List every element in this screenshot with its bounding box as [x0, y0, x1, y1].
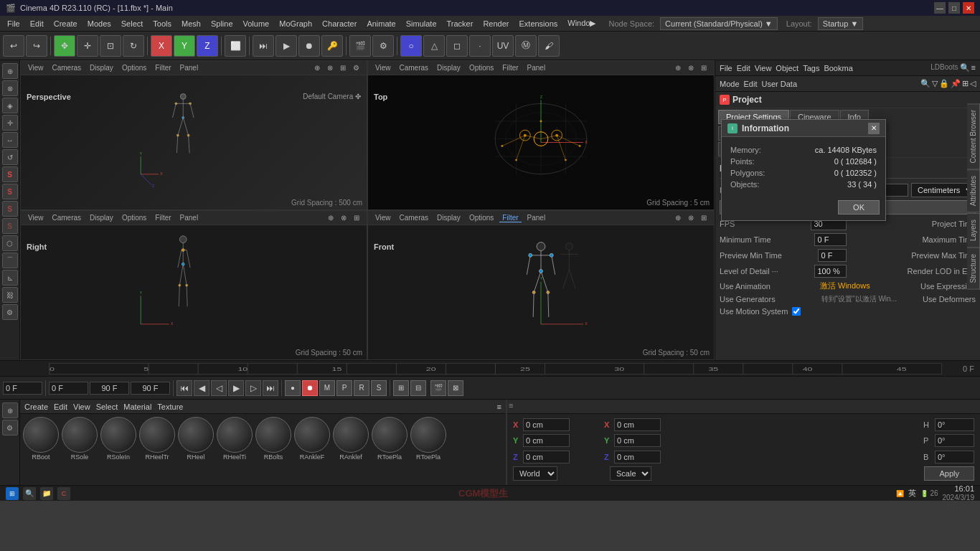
material-item-ranklef[interactable]: RAnkleF: [294, 417, 330, 482]
top-panel[interactable]: Panel: [524, 64, 549, 72]
vp-display[interactable]: Display: [87, 64, 116, 72]
pos-x-input[interactable]: [523, 418, 570, 431]
model-btn[interactable]: Ⓜ: [515, 35, 537, 57]
timeline-btn[interactable]: ⏭: [253, 35, 274, 57]
render2-btn[interactable]: 🎬: [430, 380, 446, 396]
pos-y-input[interactable]: [523, 434, 570, 447]
undo-btn[interactable]: ↩: [3, 35, 24, 57]
taskbar-folder[interactable]: 📁: [40, 487, 53, 500]
auto-key-btn[interactable]: 🔑: [321, 35, 343, 57]
vp-icon1[interactable]: ⊕: [311, 64, 323, 72]
pos-z-input[interactable]: [523, 451, 570, 463]
material-item-rbolts[interactable]: RBolts: [255, 417, 291, 482]
coord-z-btn[interactable]: Z: [197, 35, 218, 57]
project-scale-unit-select[interactable]: Centimeters Meters Feet Inches: [911, 183, 976, 197]
b-input[interactable]: [935, 451, 974, 463]
vp-view[interactable]: View: [25, 64, 47, 72]
right-cameras[interactable]: Cameras: [50, 214, 85, 222]
right-toolbar-edit[interactable]: Edit: [737, 64, 750, 72]
right-toolbar-tags[interactable]: Tags: [803, 64, 819, 72]
rotation-key-btn[interactable]: R: [354, 380, 369, 396]
material-item-rtoepla[interactable]: RToePla: [372, 417, 407, 482]
front-icon2[interactable]: ⊗: [685, 214, 697, 222]
user-data-btn[interactable]: User Data: [762, 80, 798, 88]
minimize-btn[interactable]: —: [934, 2, 946, 14]
go-start-btn[interactable]: ⏮: [176, 380, 192, 396]
right-icon-s2[interactable]: ≡: [971, 63, 976, 72]
right-toolbar-file[interactable]: File: [720, 64, 732, 72]
right-icon3[interactable]: ⊞: [351, 214, 362, 222]
front-panel[interactable]: Panel: [524, 214, 549, 222]
render-settings-btn[interactable]: ⚙: [372, 35, 394, 57]
vtab-structure[interactable]: Structure: [967, 248, 980, 290]
window-controls[interactable]: — □ ✕: [934, 2, 974, 14]
scale-btn[interactable]: ⊡: [100, 35, 121, 57]
right-toolbar-object[interactable]: Object: [776, 64, 798, 72]
motion-mode-btn[interactable]: M: [319, 380, 335, 396]
sidebar-chain-icon[interactable]: ⛓: [2, 287, 18, 303]
collapse-icon[interactable]: ◁: [970, 79, 976, 88]
sidebar-axis-icon[interactable]: ⊗: [2, 80, 18, 96]
top-display[interactable]: Display: [434, 64, 463, 72]
taskbar-c4d[interactable]: C: [57, 487, 70, 500]
mat-menu-icon[interactable]: ≡: [497, 402, 501, 411]
right-icon1[interactable]: ⊕: [325, 214, 336, 222]
vp-icon2[interactable]: ⊗: [324, 64, 336, 72]
record-active-btn[interactable]: ●: [285, 380, 301, 396]
auto-record-btn[interactable]: ⏺: [302, 380, 318, 396]
timeline-track[interactable]: 0 5 10 15 20 25 30 35 40 45: [49, 363, 942, 375]
front-options[interactable]: Options: [466, 214, 496, 222]
sidebar-snap-icon[interactable]: ⊕: [2, 63, 18, 79]
dialog-ok-btn[interactable]: OK: [838, 200, 880, 215]
render-region-btn[interactable]: ⬜: [225, 35, 246, 57]
menu-simulate[interactable]: Simulate: [402, 18, 441, 29]
expand-icon[interactable]: ⊞: [962, 79, 969, 88]
menu-tools[interactable]: Tools: [149, 18, 176, 29]
go-end-btn[interactable]: ⏭: [263, 380, 278, 396]
menu-file[interactable]: File: [3, 18, 24, 29]
sidebar-s4-icon[interactable]: S: [2, 218, 18, 234]
coord-x-btn[interactable]: X: [151, 35, 172, 57]
node-space-dropdown[interactable]: Current (Standard/Physical) ▼: [660, 17, 778, 30]
polygon-btn[interactable]: △: [423, 35, 445, 57]
menu-select[interactable]: Select: [117, 18, 148, 29]
p-input[interactable]: [935, 434, 974, 447]
current-time-input[interactable]: [3, 382, 42, 395]
min-time-input[interactable]: [814, 233, 847, 246]
edit-btn[interactable]: Edit: [744, 80, 758, 88]
menu-spline[interactable]: Spline: [207, 18, 237, 29]
search-icon[interactable]: 🔍: [920, 79, 930, 88]
material-item-rboot[interactable]: RBoot: [23, 417, 59, 482]
render3-btn[interactable]: ⊠: [448, 380, 463, 396]
filter-icon[interactable]: ▽: [932, 79, 938, 88]
coord-y-btn[interactable]: Y: [174, 35, 195, 57]
redo-btn[interactable]: ↪: [26, 35, 47, 57]
scheme-btn[interactable]: ⊞: [393, 380, 409, 396]
live-select-btn[interactable]: ✥: [54, 35, 75, 57]
right-display[interactable]: Display: [87, 214, 116, 222]
viewport-front[interactable]: View Cameras Display Options Filter Pane…: [367, 210, 715, 360]
menu-animate[interactable]: Animate: [362, 18, 400, 29]
size-x-input[interactable]: [614, 418, 661, 431]
close-btn[interactable]: ✕: [963, 2, 974, 14]
vtab-attributes[interactable]: Attributes: [967, 169, 980, 212]
taskbar-search[interactable]: 🔍: [23, 487, 36, 500]
mat-texture[interactable]: Texture: [157, 402, 183, 411]
vp-panel[interactable]: Panel: [177, 64, 202, 72]
material-item-rsole[interactable]: RSole: [62, 417, 98, 482]
uvw-btn[interactable]: UV: [492, 35, 514, 57]
sidebar-cube-icon[interactable]: ⬡: [2, 235, 18, 251]
menu-extensions[interactable]: Extensions: [514, 18, 562, 29]
scale-select[interactable]: Scale Size: [610, 466, 651, 481]
viewport-right[interactable]: View Cameras Display Options Filter Pane…: [20, 210, 367, 360]
viewport-top[interactable]: View Cameras Display Options Filter Pane…: [367, 60, 715, 210]
mode-btn[interactable]: Mode: [720, 80, 740, 88]
vertex-btn[interactable]: ·: [469, 35, 491, 57]
viewport-perspective[interactable]: View Cameras Display Options Filter Pane…: [20, 60, 367, 210]
material-item-rtoepla2[interactable]: RToePla: [410, 417, 446, 482]
use-motion-checkbox[interactable]: [792, 307, 801, 316]
top-icon3[interactable]: ⊞: [698, 64, 710, 72]
vp-cameras[interactable]: Cameras: [50, 64, 85, 72]
mat-create[interactable]: Create: [24, 402, 48, 411]
right-options[interactable]: Options: [119, 214, 149, 222]
